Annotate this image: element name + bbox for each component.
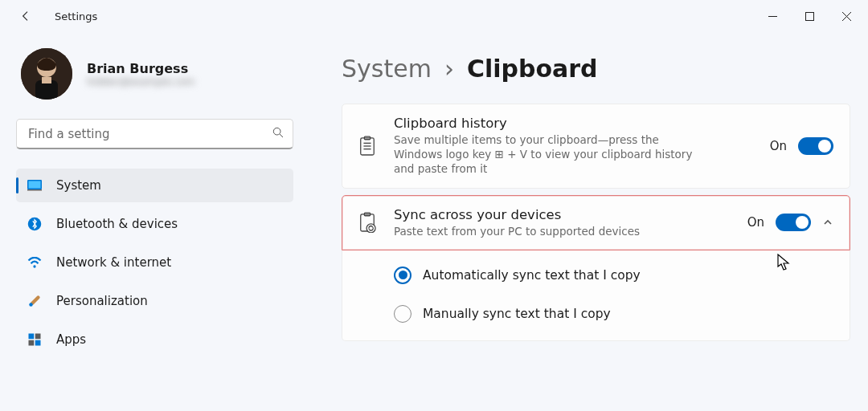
apps-icon — [27, 332, 42, 347]
profile-name: Brian Burgess — [87, 61, 194, 76]
sidebar-item-bluetooth[interactable]: Bluetooth & devices — [16, 207, 293, 241]
sidebar-item-label: Apps — [56, 332, 86, 347]
card-title: Clipboard history — [394, 116, 752, 131]
clipboard-icon — [358, 136, 376, 157]
svg-point-8 — [273, 128, 280, 135]
window-controls — [754, 3, 865, 29]
settings-window: Settings — [0, 0, 868, 411]
svg-rect-7 — [42, 77, 51, 83]
clipboard-sync-icon — [358, 212, 376, 233]
svg-point-27 — [366, 224, 375, 233]
radio-icon — [394, 267, 411, 284]
svg-rect-16 — [29, 334, 35, 340]
svg-rect-12 — [27, 189, 42, 191]
sidebar-item-apps[interactable]: Apps — [16, 323, 293, 356]
breadcrumb: System › Clipboard — [342, 55, 850, 83]
sync-devices-toggle[interactable] — [776, 214, 811, 231]
avatar — [21, 48, 72, 100]
svg-rect-19 — [35, 340, 41, 346]
chevron-right-icon: › — [444, 55, 454, 83]
profile-email: hidden@example.com — [87, 76, 194, 87]
content-pane: System › Clipboard Clipboard history Sav… — [309, 32, 868, 411]
card-clipboard-history: Clipboard history Save multiple items to… — [342, 104, 850, 189]
titlebar: Settings — [0, 0, 868, 32]
clipboard-history-toggle[interactable] — [798, 137, 833, 155]
search-icon — [272, 126, 285, 142]
card-description: Save multiple items to your clipboard—pr… — [394, 132, 699, 177]
search-input[interactable] — [28, 127, 272, 141]
card-sync-devices: Sync across your devices Paste text from… — [342, 195, 850, 250]
sidebar-item-personalization[interactable]: Personalization — [16, 284, 293, 318]
breadcrumb-parent[interactable]: System — [342, 55, 432, 83]
wifi-icon — [27, 255, 42, 270]
minimize-button[interactable] — [754, 3, 791, 29]
card-description: Paste text from your PC to supported dev… — [394, 224, 699, 238]
sidebar: Brian Burgess hidden@example.com System — [0, 32, 309, 411]
toggle-state-label: On — [770, 139, 787, 153]
profile-block[interactable]: Brian Burgess hidden@example.com — [16, 40, 293, 119]
card-title: Sync across your devices — [394, 207, 730, 222]
window-title: Settings — [55, 10, 97, 22]
sync-options-panel: Automatically sync text that I copy Manu… — [342, 250, 850, 341]
page-title: Clipboard — [467, 55, 598, 83]
bluetooth-icon — [27, 217, 42, 231]
svg-line-9 — [280, 134, 283, 137]
back-button[interactable] — [14, 5, 37, 27]
svg-rect-1 — [805, 12, 813, 20]
personalization-icon — [27, 294, 42, 308]
close-button[interactable] — [828, 3, 865, 29]
expand-chevron-up-icon[interactable] — [822, 217, 833, 228]
toggle-state-label: On — [747, 215, 764, 230]
search-box[interactable] — [16, 119, 293, 149]
sidebar-item-network[interactable]: Network & internet — [16, 246, 293, 279]
sidebar-item-label: Network & internet — [56, 255, 171, 270]
sidebar-item-label: System — [56, 178, 101, 193]
radio-auto-sync[interactable]: Automatically sync text that I copy — [394, 267, 833, 284]
radio-icon — [394, 305, 411, 323]
svg-rect-17 — [35, 334, 41, 340]
svg-rect-11 — [29, 181, 41, 189]
svg-point-15 — [29, 303, 33, 307]
sidebar-nav: System Bluetooth & devices Network & int… — [16, 169, 293, 356]
svg-point-14 — [33, 265, 35, 267]
sidebar-item-label: Bluetooth & devices — [56, 217, 178, 231]
radio-label: Automatically sync text that I copy — [423, 268, 641, 283]
sidebar-item-label: Personalization — [56, 294, 148, 308]
radio-label: Manually sync text that I copy — [423, 307, 611, 321]
radio-manual-sync[interactable]: Manually sync text that I copy — [394, 305, 833, 323]
system-icon — [27, 178, 42, 193]
sidebar-item-system[interactable]: System — [16, 169, 293, 202]
svg-rect-18 — [29, 340, 35, 346]
maximize-button[interactable] — [791, 3, 828, 29]
